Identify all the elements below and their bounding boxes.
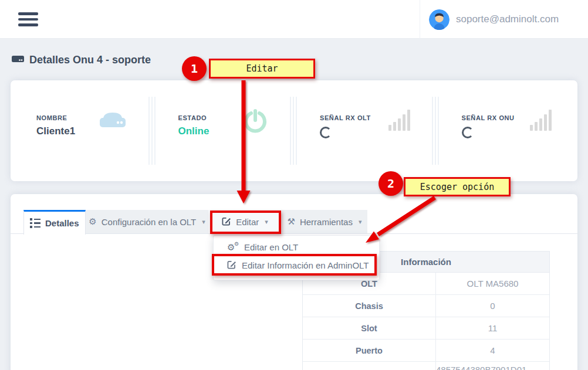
edit-square-icon: [227, 260, 236, 271]
cogs-icon: ⚙⚙: [227, 242, 239, 253]
router-icon: [99, 108, 127, 133]
step-2-badge: 2: [379, 171, 403, 196]
gear-icon: ⚙: [89, 216, 96, 227]
tools-icon: ⚒: [287, 216, 295, 227]
row-label: Slot: [303, 317, 436, 339]
edit-square-icon: [222, 216, 231, 228]
row-value: 4: [436, 340, 549, 361]
tab-herramientas[interactable]: ⚒ Herramientas ▾: [282, 210, 367, 234]
list-icon: [30, 218, 40, 228]
tab-label: Configuración en la OLT: [102, 217, 196, 227]
row-value: 0: [436, 295, 549, 317]
tab-editar[interactable]: Editar ▾: [208, 210, 282, 234]
tab-configuracion-olt[interactable]: ⚙ Configuración en la OLT ▾: [86, 210, 208, 234]
table-row: Puerto 4: [303, 340, 549, 362]
status-card-senal-rx-onu: SEÑAL RX ONU: [436, 80, 578, 181]
avatar: [429, 9, 450, 30]
row-label: Puerto: [303, 340, 436, 361]
row-label: Chasis: [303, 295, 436, 317]
top-navbar: soporte@adminolt.com: [0, 0, 588, 39]
row-value: 11: [436, 317, 549, 339]
onu-device-icon: [12, 54, 24, 66]
tab-label: Detalles: [45, 218, 79, 228]
table-row: Slot 11: [303, 317, 549, 340]
menu-item-label: Editar Información en AdminOLT: [242, 260, 369, 270]
tab-bar: Detalles ⚙ Configuración en la OLT ▾ Edi…: [23, 210, 367, 235]
loading-spinner: [462, 127, 474, 138]
status-label: NOMBRE: [36, 114, 153, 121]
page-title: Detalles Onu 4 - soporte: [12, 54, 151, 66]
status-summary-card: NOMBRE Cliente1 ESTADO Online: [11, 80, 577, 181]
page-title-text: Detalles Onu 4 - soporte: [29, 54, 151, 66]
user-menu[interactable]: soporte@adminolt.com: [420, 0, 588, 39]
tab-detalles[interactable]: Detalles: [23, 210, 86, 235]
status-card-senal-rx-olt: SEÑAL RX OLT: [294, 80, 436, 181]
step-1-badge: 1: [182, 56, 207, 81]
status-value: Cliente1: [36, 125, 153, 137]
menu-item-editar-en-olt[interactable]: ⚙⚙ Editar en OLT: [214, 238, 379, 256]
table-row: 4857544380B7901D01 HWTC: [303, 362, 549, 370]
status-card-estado: ESTADO Online: [153, 80, 295, 181]
tab-label: Editar: [236, 217, 259, 227]
tab-label: Herramientas: [300, 217, 353, 227]
app-window: soporte@adminolt.com Detalles Onu 4 - so…: [0, 0, 588, 370]
status-label: ESTADO: [178, 114, 295, 121]
menu-item-label: Editar en OLT: [244, 242, 298, 252]
step-2-callout: Escoger opción: [404, 177, 511, 196]
caret-down-icon: ▾: [265, 218, 268, 226]
loading-spinner: [320, 127, 332, 138]
signal-bars-icon: [388, 108, 410, 131]
row-label: [303, 362, 436, 370]
status-label: SEÑAL RX ONU: [462, 114, 578, 121]
editar-dropdown-menu: ⚙⚙ Editar en OLT Editar Información en A…: [213, 235, 380, 280]
hamburger-menu-icon[interactable]: [18, 12, 38, 26]
step-1-callout: Editar: [209, 59, 315, 79]
table-row: Chasis 0: [303, 295, 549, 317]
row-value: OLT MA5680: [436, 273, 549, 294]
user-email: soporte@adminolt.com: [456, 13, 559, 25]
status-value-online: Online: [178, 125, 295, 137]
row-value: 4857544380B7901D01 HWTC: [436, 362, 549, 370]
caret-down-icon: ▾: [359, 218, 362, 226]
status-label: SEÑAL RX OLT: [320, 114, 436, 121]
menu-item-editar-informacion-adminolt[interactable]: Editar Información en AdminOLT: [214, 256, 379, 274]
power-icon: [242, 108, 268, 137]
caret-down-icon: ▾: [202, 218, 205, 226]
signal-bars-icon: [530, 108, 552, 131]
status-card-nombre: NOMBRE Cliente1: [11, 80, 153, 181]
